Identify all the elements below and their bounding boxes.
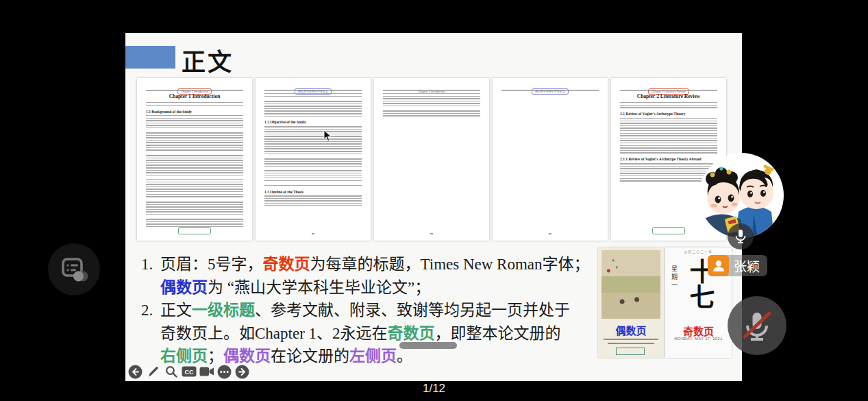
note-segment: 偶数页 <box>223 348 271 365</box>
calendar-date: MONDAY, MAY 17, 2021 <box>665 337 732 341</box>
note-line: 1.页眉：5号字，奇数页为每章的标题，Times New Roman字体； <box>135 253 608 276</box>
note-segment: 页眉：5号字， <box>160 256 263 273</box>
page-body: Chapter 1 Introduction1.1 Background of … <box>146 93 243 228</box>
microphone-button[interactable] <box>728 223 754 250</box>
note-segment: 在论文册的 <box>271 348 349 365</box>
message-panel-icon <box>58 254 90 285</box>
odd-page-label: 奇数页 <box>665 324 732 338</box>
camera-icon <box>199 366 214 377</box>
page-number <box>430 233 433 234</box>
subtitles-icon: CC <box>182 365 197 378</box>
pen-icon <box>147 365 160 378</box>
subtitles-button[interactable]: CC <box>181 364 197 380</box>
page-number <box>549 233 551 234</box>
more-dots-icon <box>217 365 232 379</box>
page-thumbnail[interactable]: Chapter 1 Introduction <box>374 78 489 241</box>
message-panel-button[interactable] <box>48 243 100 295</box>
section-heading: 1.3 Outline of the Thesis <box>264 190 362 194</box>
page-number-box <box>178 227 211 234</box>
chapter-title: Chapter 2 Literature Review <box>620 93 717 99</box>
page-footer <box>374 225 489 237</box>
page-indicator: 1/12 <box>0 382 868 396</box>
slide-drag-handle[interactable] <box>399 342 457 349</box>
note-segment: 正文 <box>160 302 192 319</box>
paragraph-lines <box>264 101 362 118</box>
chapter-title: Chapter 1 Introduction <box>146 93 243 99</box>
page-header-text: 燕山大学本科生毕业论文 <box>295 88 332 95</box>
page-thumbnail[interactable]: 燕山大学本科生毕业论文1.2 Objective of the Study1.3… <box>256 78 371 241</box>
magnifier-button[interactable] <box>163 364 179 380</box>
microphone-muted-indicator[interactable] <box>728 296 786 355</box>
paragraph-lines <box>620 118 717 155</box>
person-icon <box>711 258 726 274</box>
magnifier-icon <box>164 365 178 378</box>
participant-name-pill[interactable]: 张颖 <box>708 255 767 276</box>
camera-button[interactable] <box>199 364 214 380</box>
caption-box <box>616 348 645 355</box>
microphone-icon <box>732 228 749 245</box>
paragraph-lines <box>264 185 362 188</box>
forward-arrow-button[interactable] <box>234 364 250 380</box>
meeting-screen: 正文 Chapter 1 IntroductionChapter 1 Intro… <box>0 0 868 401</box>
paragraph-lines <box>146 155 243 177</box>
note-segment: 奇数页上。如Chapter 1、2永远在 <box>160 325 388 342</box>
note-segment: 。 <box>397 348 412 365</box>
section-heading: 1.2 Objective of the Study <box>264 120 362 124</box>
note-segment: 为每章的标题，Times New Roman字体； <box>310 256 590 273</box>
back-arrow-button[interactable] <box>127 364 143 380</box>
slide-title: 正文 <box>182 42 234 77</box>
page-thumbnail[interactable]: 燕山大学本科生毕业论文 <box>493 78 608 241</box>
page-thumbnail[interactable]: Chapter 1 IntroductionChapter 1 Introduc… <box>137 78 252 241</box>
note-number: 1. <box>141 253 153 276</box>
page-header: 燕山大学本科生毕业论文 <box>264 83 362 90</box>
notes-list: 1.页眉：5号字，奇数页为每章的标题，Times New Roman字体；偶数页… <box>135 253 608 368</box>
paragraph-lines <box>146 179 243 199</box>
back-arrow-icon <box>128 365 142 379</box>
painting-image <box>602 250 660 319</box>
page-number <box>312 233 314 234</box>
shared-slide: 正文 Chapter 1 IntroductionChapter 1 Intro… <box>125 33 742 381</box>
section-heading: 1.1 Background of the Study <box>146 110 243 114</box>
paragraph-lines <box>383 93 480 108</box>
note-segment: 奇数页 <box>388 325 435 342</box>
participant-name: 张颖 <box>734 256 760 275</box>
note-segment: 左侧页 <box>349 348 397 365</box>
note-segment: ； <box>208 348 223 365</box>
calendar-year-line: 公历二〇二一年 <box>665 250 732 254</box>
mouse-cursor <box>323 130 332 142</box>
note-segment: 一级标题 <box>192 302 255 319</box>
page-body: 1.2 Objective of the Study1.3 Outline of… <box>264 93 362 206</box>
title-accent-bar <box>125 46 175 69</box>
note-line: 奇数页上。如Chapter 1、2永远在奇数页，即整本论文册的 <box>135 322 608 345</box>
calendar-weekday: 星期一 <box>670 265 679 290</box>
page-body <box>383 93 480 118</box>
paragraph-lines <box>620 102 717 110</box>
paragraph-lines <box>264 126 362 156</box>
page-footer <box>256 225 371 237</box>
note-segment: ，即整本论文册的 <box>435 325 561 342</box>
note-segment: 为 “燕山大学本科生毕业论文”； <box>208 279 430 296</box>
section-heading: 2.1 Review of Vogler's Archetype Theory <box>620 112 717 116</box>
paragraph-lines <box>146 132 243 152</box>
note-segment: 奇数页 <box>263 256 310 273</box>
page-header-text: Chapter 1 Introduction <box>415 89 448 94</box>
note-line: 2.正文一级标题、参考文献、附录、致谢等均另起一页并处于 <box>135 299 608 322</box>
even-page-photo: 偶数页 <box>598 247 664 358</box>
paragraph-lines <box>146 115 243 130</box>
paragraph-lines <box>383 110 480 118</box>
caption-line <box>604 339 658 340</box>
svg-text:CC: CC <box>184 369 193 376</box>
note-segment: 、参考文献、附录、致谢等均另起一页并处于 <box>255 302 570 319</box>
more-dots-button[interactable] <box>216 364 232 380</box>
note-line: 偶数页为 “燕山大学本科生毕业论文”； <box>135 276 608 300</box>
annotation-toolbar: CC <box>127 363 250 380</box>
participant-avatar <box>708 255 729 276</box>
forward-arrow-icon <box>235 365 249 379</box>
pen-button[interactable] <box>145 364 161 380</box>
caption-line <box>608 343 654 344</box>
page-footer <box>611 225 726 237</box>
page-body: Chapter 2 Literature Review2.1 Review of… <box>620 93 717 183</box>
paragraph-lines <box>264 158 362 168</box>
paragraph-lines <box>264 170 362 175</box>
page-header: Chapter 1 Introduction <box>383 83 480 90</box>
